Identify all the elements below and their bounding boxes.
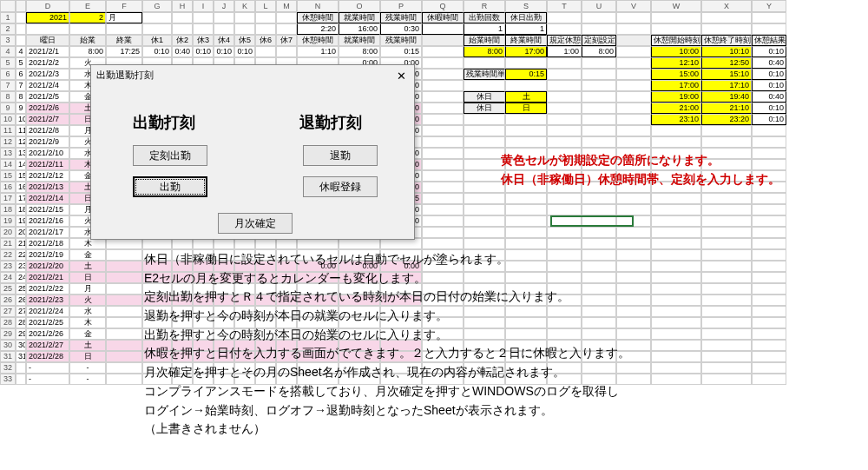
cell[interactable] (752, 340, 786, 351)
cell[interactable] (464, 125, 505, 136)
cell[interactable]: 13 (16, 148, 26, 159)
cell[interactable]: 2021/2/13 (26, 182, 69, 193)
cell[interactable] (464, 159, 505, 170)
cell[interactable]: 2021/2/26 (26, 328, 69, 340)
cell[interactable] (582, 193, 616, 204)
cell[interactable] (214, 23, 234, 35)
cell[interactable] (701, 362, 752, 374)
cell[interactable]: 2021/2/22 (26, 283, 69, 295)
cell[interactable] (752, 249, 786, 261)
cell[interactable]: 10 (16, 114, 26, 125)
cell[interactable]: 0:10 (752, 46, 786, 57)
cell[interactable] (651, 125, 701, 136)
cell[interactable] (616, 91, 651, 103)
cell[interactable] (752, 204, 786, 215)
cell[interactable] (701, 238, 752, 249)
cell[interactable] (505, 57, 547, 69)
cell[interactable]: 31 (16, 351, 26, 362)
cell[interactable]: 7 (16, 80, 26, 91)
cell[interactable]: 26 (16, 295, 26, 306)
cell[interactable]: 休4 (214, 35, 234, 46)
cell[interactable]: 0:40 (172, 46, 193, 57)
cell[interactable] (651, 215, 701, 227)
cell[interactable] (752, 12, 786, 23)
cell[interactable]: 土 (505, 91, 547, 103)
cell[interactable]: 定刻設定 (582, 35, 616, 46)
cell[interactable] (422, 136, 464, 148)
cell[interactable] (547, 91, 582, 103)
cell[interactable]: 5 (16, 57, 26, 69)
cell[interactable] (547, 204, 582, 215)
btn-kyuka[interactable]: 休暇登録 (303, 176, 378, 197)
btn-teikoku[interactable]: 定刻出勤 (133, 145, 207, 166)
cell[interactable]: 2021/2/18 (26, 238, 69, 249)
cell[interactable] (422, 227, 464, 238)
cell[interactable] (106, 328, 142, 340)
cell[interactable] (651, 283, 701, 295)
cell[interactable] (651, 295, 701, 306)
cell[interactable]: - (26, 374, 69, 385)
cell[interactable] (422, 182, 464, 193)
cell[interactable] (752, 215, 786, 227)
cell[interactable] (422, 193, 464, 204)
cell[interactable] (752, 23, 786, 35)
cell[interactable] (701, 272, 752, 283)
cell[interactable]: 23 (16, 261, 26, 272)
cell[interactable] (26, 23, 69, 35)
cell[interactable]: 休暇時間 (422, 12, 464, 23)
cell[interactable] (582, 69, 616, 80)
cell[interactable]: 2021/2/24 (26, 306, 69, 317)
cell[interactable] (547, 69, 582, 80)
cell[interactable]: 休2 (172, 35, 193, 46)
cell[interactable] (255, 12, 276, 23)
cell[interactable] (547, 103, 582, 114)
cell[interactable] (752, 227, 786, 238)
cell[interactable] (106, 317, 142, 328)
cell[interactable] (701, 193, 752, 204)
cell[interactable]: 土 (69, 340, 106, 351)
cell[interactable] (701, 23, 752, 35)
cell[interactable] (752, 148, 786, 159)
cell[interactable] (651, 340, 701, 351)
cell[interactable] (701, 283, 752, 295)
cell[interactable]: 12:50 (701, 57, 752, 69)
cell[interactable] (422, 57, 464, 69)
cell[interactable]: 0:30 (380, 23, 422, 35)
cell[interactable] (422, 125, 464, 136)
cell[interactable] (701, 204, 752, 215)
cell[interactable]: 規定休憩 (547, 35, 582, 46)
cell[interactable] (701, 374, 752, 385)
cell[interactable] (616, 46, 651, 57)
cell[interactable] (651, 136, 701, 148)
cell[interactable] (701, 351, 752, 362)
cell[interactable]: 15:00 (651, 69, 701, 80)
cell[interactable] (547, 12, 582, 23)
cell[interactable]: 2021 (26, 12, 69, 23)
cell[interactable]: 30 (16, 340, 26, 351)
cell[interactable] (234, 12, 255, 23)
cell[interactable] (752, 283, 786, 295)
cell[interactable] (464, 238, 505, 249)
cell[interactable]: 2021/2/28 (26, 351, 69, 362)
cell[interactable] (651, 328, 701, 340)
cell[interactable] (106, 362, 142, 374)
cell[interactable]: 27 (16, 306, 26, 317)
cell[interactable] (651, 23, 701, 35)
cell[interactable] (505, 114, 547, 125)
cell[interactable] (752, 125, 786, 136)
cell[interactable] (752, 374, 786, 385)
cell[interactable]: 2021/2/4 (26, 80, 69, 91)
cell[interactable]: 29 (16, 328, 26, 340)
cell[interactable] (582, 125, 616, 136)
cell[interactable]: 2021/2/21 (26, 272, 69, 283)
cell[interactable] (422, 159, 464, 170)
btn-getsuji[interactable]: 月次確定 (218, 213, 293, 234)
cell[interactable]: 1:00 (547, 46, 582, 57)
cell[interactable]: 20 (16, 227, 26, 238)
cell[interactable]: 8:00 (69, 46, 106, 57)
cell[interactable]: 始業時間 (464, 35, 505, 46)
cell[interactable]: 0:10 (193, 46, 214, 57)
cell[interactable] (651, 261, 701, 272)
cell[interactable] (701, 227, 752, 238)
cell[interactable] (547, 23, 582, 35)
